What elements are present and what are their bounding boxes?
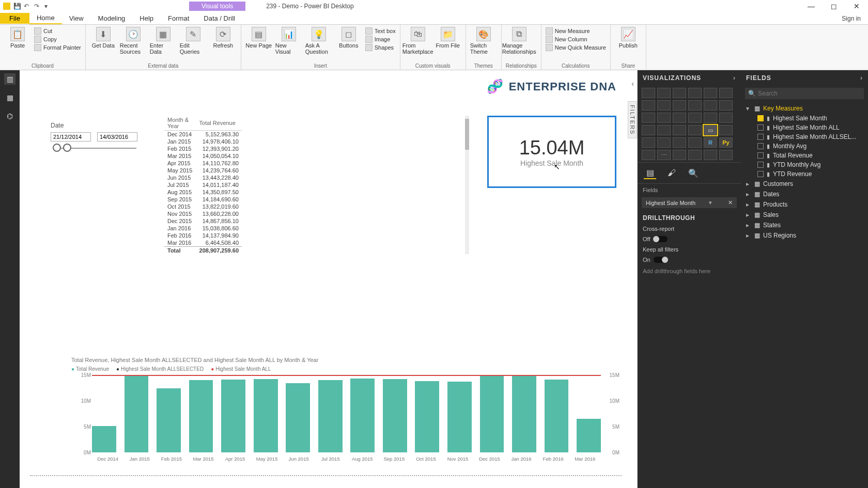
buttons-button[interactable]: ◻Buttons <box>335 27 362 49</box>
edit-queries-button[interactable]: ✎Edit Queries <box>180 27 207 55</box>
cut-button[interactable]: Cut <box>34 27 81 35</box>
table-row[interactable]: Feb 201614,137,984.90 <box>164 232 242 239</box>
card-visual[interactable]: 15.04M Highest Sale Month ↖ <box>487 116 616 188</box>
revenue-table[interactable]: Month & Year Total Revenue Dec 20145,152… <box>164 116 464 254</box>
refresh-button[interactable]: ⟳Refresh <box>210 27 237 49</box>
undo-icon[interactable]: ↶ <box>24 3 31 10</box>
combo-chart[interactable]: Total Revenue, Highest Sale Month ALLSEL… <box>71 357 622 470</box>
vis-type-icon[interactable] <box>704 113 717 123</box>
date-to-input[interactable] <box>97 132 137 141</box>
new-measure-button[interactable]: New Measure <box>546 27 606 35</box>
bar[interactable] <box>383 379 407 452</box>
checkbox[interactable] <box>757 171 764 177</box>
field-node[interactable]: ▮Highest Sale Month ALL <box>743 123 866 132</box>
table-row[interactable]: Apr 201514,110,762.80 <box>164 160 242 167</box>
vis-type-icon[interactable] <box>673 150 686 160</box>
vis-type-icon[interactable] <box>688 113 702 123</box>
table-scrollbar[interactable] <box>465 116 469 254</box>
new-column-button[interactable]: New Column <box>546 35 606 43</box>
qat-dropdown-icon[interactable]: ▾ <box>44 3 52 10</box>
new-quick-measure-button[interactable]: New Quick Measure <box>546 43 606 52</box>
vis-type-icon[interactable] <box>657 88 671 98</box>
vis-type-icon[interactable] <box>704 150 717 160</box>
table-row[interactable]: Aug 201514,350,897.50 <box>164 188 242 196</box>
bar[interactable] <box>189 380 213 453</box>
chevron-right-icon[interactable]: › <box>733 74 736 82</box>
bar[interactable] <box>254 379 278 452</box>
sign-in-link[interactable]: Sign in <box>842 15 868 22</box>
cross-report-toggle[interactable]: Off <box>638 234 741 244</box>
bar[interactable] <box>92 426 116 453</box>
format-icon[interactable]: 🖌 <box>665 167 678 179</box>
redo-icon[interactable]: ↷ <box>34 3 41 10</box>
checkbox[interactable] <box>757 134 764 140</box>
bar[interactable] <box>447 382 472 452</box>
vis-type-icon[interactable] <box>642 100 655 111</box>
copy-button[interactable]: Copy <box>34 35 81 43</box>
fields-well-icon[interactable]: ▤ <box>644 167 656 179</box>
table-node[interactable]: ▾▦Key Measures <box>743 103 866 114</box>
date-from-input[interactable] <box>51 132 91 141</box>
close-button[interactable]: ✕ <box>845 0 868 12</box>
table-row[interactable]: Mar 20166,464,508.40 <box>164 239 242 247</box>
bar[interactable] <box>125 375 149 452</box>
format-painter-button[interactable]: Format Painter <box>34 43 81 52</box>
vis-type-icon[interactable] <box>704 88 717 98</box>
tab-home[interactable]: Home <box>29 12 62 24</box>
checkbox[interactable] <box>757 115 764 121</box>
from-marketplace-button[interactable]: 🛍From Marketplace <box>405 27 431 55</box>
vis-type-icon[interactable] <box>688 125 702 135</box>
bar[interactable] <box>350 379 375 453</box>
table-row[interactable]: May 201514,239,764.60 <box>164 167 242 174</box>
slicer-track[interactable] <box>53 148 136 149</box>
vis-type-icon[interactable] <box>642 150 655 160</box>
vis-type-icon[interactable] <box>719 125 733 135</box>
vis-type-icon[interactable] <box>642 137 655 148</box>
bar[interactable] <box>286 383 310 452</box>
vis-type-icon[interactable] <box>704 100 717 111</box>
vis-type-icon[interactable] <box>657 113 671 123</box>
new-page-button[interactable]: ▤New Page <box>245 27 272 49</box>
bar[interactable] <box>318 380 343 452</box>
bar[interactable] <box>221 380 245 452</box>
table-row[interactable]: Jan 201615,038,806.60 <box>164 225 242 232</box>
col-month[interactable]: Month & Year <box>164 116 196 131</box>
vis-type-icon[interactable]: ▭ <box>704 125 717 135</box>
analytics-icon[interactable]: 🔍 <box>687 167 700 179</box>
col-revenue[interactable]: Total Revenue <box>196 116 242 131</box>
collapse-pane-icon[interactable]: ‹ <box>631 80 634 88</box>
bar[interactable] <box>415 381 439 452</box>
contextual-tab[interactable]: Visual tools <box>189 2 245 11</box>
switch-theme-button[interactable]: 🎨Switch Theme <box>470 27 497 55</box>
checkbox[interactable] <box>757 152 764 159</box>
bar[interactable] <box>545 380 569 452</box>
field-node[interactable]: ▮Total Revenue <box>743 151 866 160</box>
bar[interactable] <box>480 375 504 452</box>
vis-type-icon[interactable] <box>673 113 686 123</box>
chevron-down-icon[interactable]: ▾ <box>709 199 712 206</box>
field-node[interactable]: ▮Monthly Avg <box>743 141 866 151</box>
bar[interactable] <box>157 388 181 452</box>
table-row[interactable]: Mar 201514,050,054.10 <box>164 152 242 160</box>
checkbox[interactable] <box>757 124 764 131</box>
vis-type-icon[interactable] <box>657 137 671 148</box>
vis-type-icon[interactable] <box>673 100 686 111</box>
from-file-button[interactable]: 📁From File <box>435 27 461 49</box>
keep-filters-toggle[interactable]: On <box>638 255 741 265</box>
table-node[interactable]: ▸▦Customers <box>743 179 866 189</box>
table-row[interactable]: Dec 201514,867,856.10 <box>164 217 242 225</box>
vis-type-icon[interactable] <box>657 100 671 111</box>
tab-view[interactable]: View <box>62 13 91 24</box>
vis-type-icon[interactable] <box>673 137 686 148</box>
table-row[interactable]: Nov 201513,660,228.00 <box>164 210 242 217</box>
minimize-button[interactable]: — <box>800 0 823 12</box>
vis-type-icon[interactable] <box>688 100 702 111</box>
scroll-thumb[interactable] <box>465 119 469 150</box>
table-row[interactable]: Jan 201514,978,406.10 <box>164 138 242 145</box>
fields-search[interactable]: 🔍 <box>745 88 864 99</box>
vis-type-icon[interactable] <box>657 125 671 135</box>
drillthrough-dropzone[interactable]: Add drillthrough fields here <box>643 268 736 274</box>
search-input[interactable] <box>758 90 861 97</box>
vis-type-icon[interactable] <box>642 113 655 123</box>
filters-pane-tab[interactable]: FILTERS <box>628 101 637 138</box>
